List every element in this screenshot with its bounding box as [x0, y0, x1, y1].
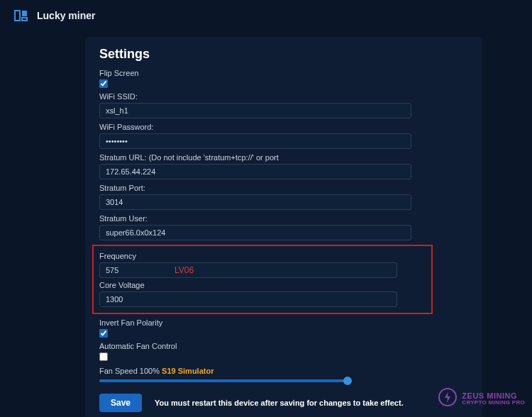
watermark: ZEUS MINING CRYPTO MINING PRO	[438, 387, 525, 410]
stratum-user-input[interactable]	[99, 225, 411, 240]
flip-screen-label: Flip Screen	[99, 69, 468, 77]
watermark-line2: CRYPTO MINING PRO	[462, 400, 525, 406]
frequency-label: Frequency	[99, 252, 426, 260]
frequency-input[interactable]	[99, 262, 397, 278]
fan-speed-label: Fan Speed 100%	[99, 367, 162, 375]
wifi-ssid-label: WiFi SSID:	[99, 92, 468, 101]
fan-speed-slider[interactable]	[99, 379, 348, 382]
frequency-voltage-highlight: LV06 Frequency Core Voltage	[92, 245, 433, 314]
stratum-url-label: Stratum URL: (Do not include 'stratum+tc…	[99, 153, 468, 162]
fan-speed-slider-thumb[interactable]	[343, 377, 352, 385]
core-voltage-input[interactable]	[99, 291, 397, 307]
app-header: Lucky miner	[0, 0, 532, 31]
wifi-password-label: WiFi Password:	[99, 123, 468, 131]
auto-fan-label: Automatic Fan Control	[99, 342, 468, 350]
brand-logo-icon	[13, 7, 30, 24]
fan-speed-row: Fan Speed 100% S19 Simulator	[99, 367, 468, 375]
invert-fan-checkbox[interactable]	[99, 329, 108, 338]
brand-name: Lucky miner	[37, 10, 95, 21]
footer-row: Save You must restart this device after …	[99, 394, 468, 412]
watermark-line1: ZEUS MINING	[462, 392, 525, 400]
stratum-port-input[interactable]	[99, 194, 411, 210]
invert-fan-label: Invert Fan Polarity	[99, 318, 468, 327]
wifi-ssid-input[interactable]	[99, 103, 411, 118]
core-voltage-label: Core Voltage	[99, 281, 426, 289]
fan-speed-simulator-label: S19 Simulator	[162, 367, 214, 375]
wifi-password-input[interactable]	[99, 133, 411, 149]
highlight-annotation: LV06	[174, 265, 194, 275]
lightning-icon	[438, 387, 458, 410]
flip-screen-checkbox[interactable]	[99, 79, 108, 88]
stratum-url-input[interactable]	[99, 164, 411, 179]
save-button[interactable]: Save	[99, 394, 142, 412]
settings-title: Settings	[99, 47, 468, 62]
restart-message: You must restart this device after savin…	[155, 399, 404, 407]
stratum-user-label: Stratum User:	[99, 214, 468, 223]
stratum-port-label: Stratum Port:	[99, 184, 468, 192]
watermark-text: ZEUS MINING CRYPTO MINING PRO	[462, 392, 525, 406]
settings-panel: Settings Flip Screen WiFi SSID: WiFi Pas…	[85, 37, 482, 417]
auto-fan-checkbox[interactable]	[99, 352, 108, 361]
